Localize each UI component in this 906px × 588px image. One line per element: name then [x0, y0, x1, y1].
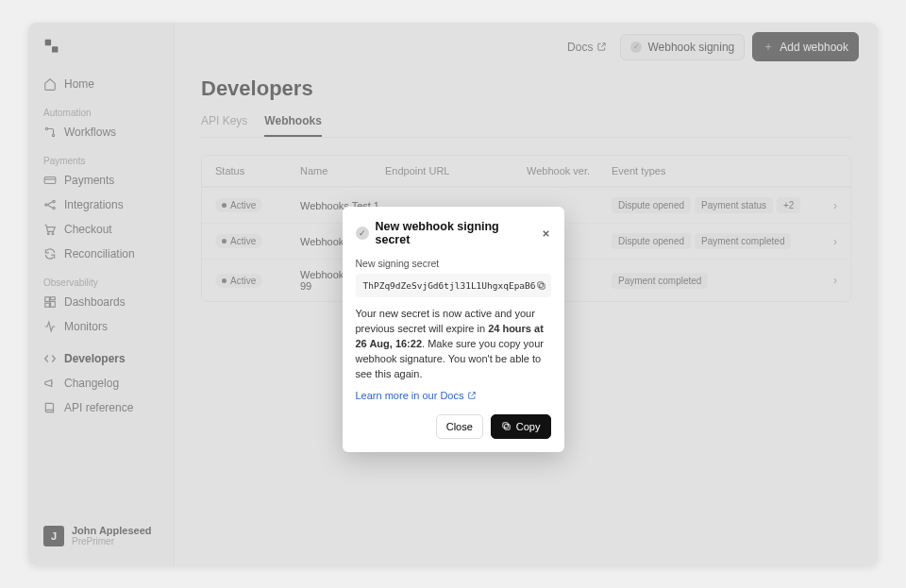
- modal-body: Your new secret is now active and your p…: [356, 307, 551, 382]
- copy-inline-icon[interactable]: [536, 280, 546, 291]
- check-circle-icon: ✓: [356, 227, 369, 240]
- secret-value: ThPZq9dZeSvjGd6tjl31L1UhgxqEpaB6: [363, 280, 536, 291]
- secret-box: ThPZq9dZeSvjGd6tjl31L1UhgxqEpaB6: [356, 274, 551, 297]
- external-link-icon: [467, 391, 477, 400]
- learn-more-link[interactable]: Learn more in our Docs: [356, 390, 478, 401]
- svg-rect-14: [539, 284, 545, 290]
- modal-overlay: ✓ New webhook signing secret New signing…: [28, 23, 878, 565]
- modal: ✓ New webhook signing secret New signing…: [343, 207, 564, 452]
- field-label: New signing secret: [356, 258, 551, 269]
- copy-icon: [501, 421, 512, 431]
- svg-rect-15: [537, 282, 543, 288]
- close-icon[interactable]: [541, 228, 551, 239]
- close-button[interactable]: Close: [436, 414, 483, 439]
- svg-rect-16: [504, 425, 510, 430]
- svg-rect-17: [503, 423, 509, 428]
- copy-button[interactable]: Copy: [491, 414, 551, 439]
- modal-title: New webhook signing secret: [376, 220, 534, 246]
